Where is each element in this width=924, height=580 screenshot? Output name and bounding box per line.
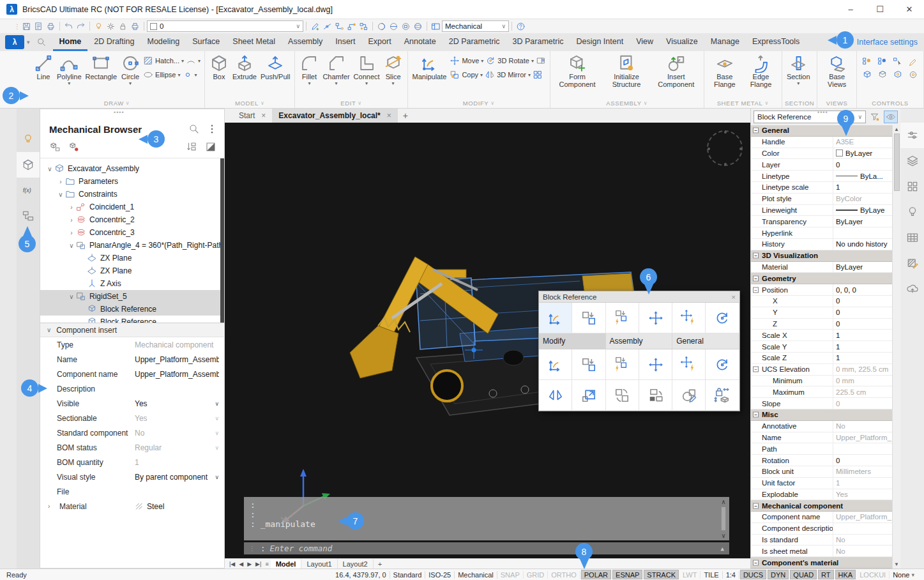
layout-nav-button[interactable]: |◀ bbox=[227, 561, 237, 567]
tree-item[interactable]: ›Parameters bbox=[40, 175, 224, 188]
tab-sheet-metal[interactable]: Sheet Metal bbox=[226, 33, 282, 51]
maximize-button[interactable]: ☐ bbox=[865, 0, 895, 19]
initialize-structure-button[interactable]: Initialize Structure bbox=[602, 53, 651, 89]
orbit-a-button[interactable] bbox=[375, 20, 388, 32]
tree-item[interactable]: ∨Excavator_Assembly bbox=[40, 162, 224, 175]
property-value[interactable]: 1 bbox=[833, 353, 892, 363]
help-button[interactable] bbox=[515, 20, 527, 32]
quad-button-q-replace[interactable] bbox=[572, 303, 605, 333]
property-row[interactable]: Z0 bbox=[751, 319, 892, 330]
status-grid[interactable]: GRID bbox=[524, 571, 549, 579]
property-row[interactable]: Maximum225.5 cm bbox=[751, 386, 892, 398]
sidebar-item-layers[interactable] bbox=[900, 148, 924, 174]
extrude-button[interactable]: Extrude bbox=[231, 53, 259, 81]
ctrl-cube1-icon[interactable] bbox=[862, 70, 872, 80]
status-snap[interactable]: SNAP bbox=[497, 571, 524, 579]
connect-button[interactable]: Connect▾ bbox=[352, 53, 382, 88]
property-section-header[interactable]: Misc− bbox=[751, 409, 892, 421]
tree-item[interactable]: ∨Constraints bbox=[40, 188, 224, 201]
scroll-down-icon[interactable]: ▼ bbox=[894, 561, 899, 567]
property-row[interactable]: Component nameUpper_Platform_Assemb bbox=[40, 367, 224, 381]
property-row[interactable]: VisibleYes∨ bbox=[40, 396, 224, 411]
property-row[interactable]: LinetypeByLa... bbox=[751, 171, 892, 182]
workspace-dropdown[interactable]: Mechanical∨ bbox=[442, 20, 509, 32]
status-polar[interactable]: POLAR bbox=[581, 570, 611, 579]
chevron-down-icon[interactable]: ∨ bbox=[215, 474, 219, 480]
chevron-down-icon[interactable]: ∨ bbox=[215, 445, 219, 451]
copy-button[interactable]: Copy bbox=[462, 71, 478, 79]
layout-tab-layout2[interactable]: Layout2 bbox=[338, 559, 374, 569]
ribbon-group-label[interactable]: DRAW∨ bbox=[32, 98, 202, 108]
property-value[interactable]: 0 mm bbox=[833, 376, 892, 386]
scroll-thumb[interactable] bbox=[721, 507, 726, 531]
section-button[interactable]: Section▾ bbox=[785, 53, 812, 88]
snap-d-button[interactable] bbox=[358, 20, 370, 32]
tree-item[interactable]: Block Reference bbox=[40, 303, 224, 316]
property-row[interactable]: Slope0 bbox=[751, 398, 892, 409]
scroll-thumb[interactable] bbox=[894, 134, 900, 191]
status-lwt[interactable]: LWT bbox=[679, 571, 701, 579]
comp-hide-icon[interactable] bbox=[68, 141, 80, 153]
manipulate-button[interactable]: Manipulate bbox=[411, 53, 449, 81]
status-strack[interactable]: STRACK bbox=[644, 570, 679, 579]
property-value[interactable]: No bbox=[833, 546, 892, 556]
property-row[interactable]: Visual styleBy parent component∨ bbox=[40, 469, 224, 484]
property-row[interactable]: Is standardNo bbox=[751, 535, 892, 546]
property-value[interactable]: Upper_Platform_ bbox=[833, 432, 892, 443]
property-section-header[interactable]: Mechanical component− bbox=[751, 500, 892, 512]
layout-tab-layout1[interactable]: Layout1 bbox=[301, 559, 337, 569]
layout-tab-model[interactable]: Model bbox=[271, 559, 302, 569]
base-flange-button[interactable]: Base Flange bbox=[707, 53, 743, 89]
chevron-down-icon[interactable]: ▾ bbox=[528, 72, 531, 78]
line-button[interactable]: Line bbox=[32, 53, 55, 81]
status-none[interactable]: None▾ bbox=[890, 571, 918, 579]
visibility-button[interactable] bbox=[884, 111, 898, 123]
orbit-b-button[interactable] bbox=[388, 20, 400, 32]
sidebar-item-balloon[interactable] bbox=[900, 199, 924, 225]
3d-rotate-button[interactable]: 3D Rotate bbox=[497, 57, 529, 65]
property-value[interactable]: Millimeters bbox=[833, 466, 892, 477]
property-value[interactable]: 1 bbox=[833, 478, 892, 489]
quad-button-q-replace-f[interactable] bbox=[606, 349, 639, 380]
status-hka[interactable]: HKA bbox=[835, 570, 856, 579]
search-icon[interactable] bbox=[188, 123, 200, 135]
comp-show-icon[interactable] bbox=[49, 141, 61, 153]
sidebar-item-tableic[interactable] bbox=[900, 225, 924, 250]
property-row[interactable]: TypeMechanical component bbox=[40, 337, 224, 352]
chevron-down-icon[interactable]: ▾ bbox=[531, 58, 534, 64]
slice-button[interactable]: Slice▾ bbox=[382, 53, 405, 88]
property-row[interactable]: Is sheet metalNo bbox=[751, 546, 892, 557]
quad-group-assembly[interactable]: Assembly bbox=[606, 333, 673, 349]
ribbon-group-label[interactable]: ASSEMBLY∨ bbox=[553, 98, 701, 108]
lock-button[interactable] bbox=[117, 20, 129, 32]
status-ducs[interactable]: DUCS bbox=[740, 570, 766, 579]
ellipse-button[interactable]: Ellipse bbox=[155, 71, 176, 79]
property-value[interactable]: 225.5 cm bbox=[833, 386, 892, 397]
property-value[interactable] bbox=[833, 227, 892, 238]
chevron-down-icon[interactable]: ▾ bbox=[481, 58, 483, 64]
status-dyn[interactable]: DYN bbox=[768, 570, 789, 579]
gear-button[interactable] bbox=[105, 20, 117, 32]
tree-item[interactable]: ZX Plane bbox=[40, 264, 224, 277]
property-value[interactable]: Yes bbox=[833, 489, 892, 500]
ctrl-bulb1-icon[interactable] bbox=[862, 57, 872, 67]
property-value[interactable]: 0 bbox=[833, 398, 892, 409]
sidebar-item-bulb[interactable] bbox=[17, 126, 40, 152]
insert-component-button[interactable]: Insert Component bbox=[651, 53, 701, 89]
ctrl-bulb2-icon[interactable] bbox=[877, 57, 888, 67]
property-row[interactable]: Layer0 bbox=[751, 159, 892, 171]
property-value[interactable] bbox=[833, 523, 892, 534]
property-row[interactable]: Hyperlink bbox=[751, 227, 892, 239]
print-button[interactable] bbox=[129, 20, 141, 32]
tab-3d-parametric[interactable]: 3D Parametric bbox=[506, 33, 570, 51]
quad-button-q-paste[interactable] bbox=[639, 380, 672, 411]
ribbon-group-label[interactable]: MODEL∨ bbox=[208, 98, 292, 108]
app-menu-button[interactable]: λ bbox=[5, 35, 24, 49]
property-row[interactable]: NameUpper_Platform_Assemb bbox=[40, 352, 224, 367]
ctrl-cube3-icon[interactable] bbox=[893, 70, 903, 80]
tree-scrollbar[interactable] bbox=[220, 158, 224, 323]
property-value[interactable]: ByLayer bbox=[833, 148, 892, 159]
property-value[interactable]: 0 bbox=[833, 455, 892, 466]
status-ortho[interactable]: ORTHO bbox=[548, 571, 580, 579]
add-layout-button[interactable]: + bbox=[374, 560, 386, 568]
